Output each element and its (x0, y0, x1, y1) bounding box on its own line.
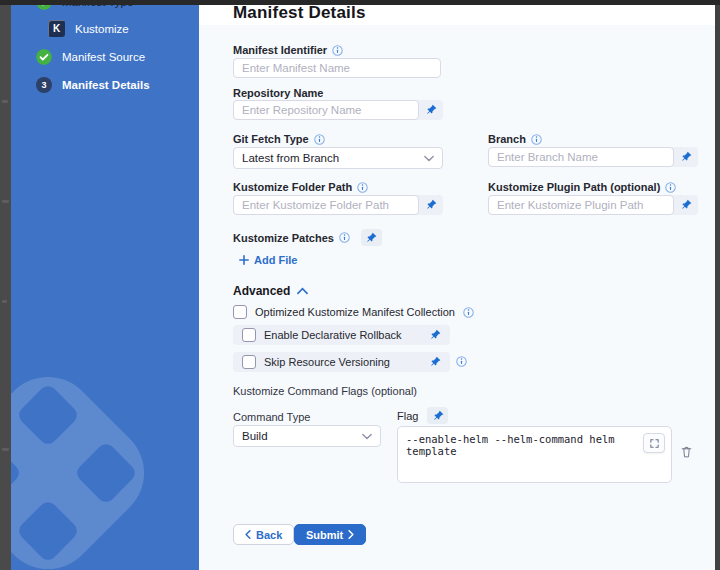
step-label: Manifest Source (62, 51, 145, 63)
runtime-input-pin-icon[interactable] (429, 356, 441, 368)
chevron-down-icon (424, 155, 434, 162)
runtime-input-pin-icon[interactable] (419, 199, 443, 211)
wizard-sidebar: Manifest Type K Kustomize Manifest Sourc… (11, 0, 199, 570)
skip-versioning-checkbox[interactable] (242, 355, 256, 369)
info-icon[interactable] (665, 182, 676, 193)
plus-icon (239, 255, 249, 265)
command-flags-section-label: Kustomize Command Flags (optional) (233, 385, 417, 397)
step-complete-check-icon (36, 49, 52, 65)
back-button[interactable]: Back (233, 524, 294, 545)
info-icon[interactable] (531, 134, 542, 145)
skip-versioning-row: Skip Resource Versioning (233, 352, 450, 372)
chevron-down-icon (362, 433, 372, 440)
submit-button[interactable]: Submit (294, 524, 366, 545)
flag-label: Flag (397, 407, 448, 424)
expand-editor-button[interactable] (643, 433, 665, 453)
manifest-identifier-label: Manifest Identifier (233, 44, 343, 56)
delete-flag-icon[interactable] (680, 445, 693, 459)
kustomize-plugin-path-label: Kustomize Plugin Path (optional) (488, 181, 676, 193)
command-type-select[interactable]: Build (233, 425, 381, 447)
sidebar-step-manifest-source[interactable]: Manifest Source (36, 49, 145, 65)
dimmed-page-top-edge (0, 0, 720, 5)
info-icon[interactable] (463, 307, 474, 318)
info-icon[interactable] (314, 134, 325, 145)
info-icon[interactable] (456, 356, 467, 367)
dimmed-text-fragment (2, 448, 9, 451)
kustomize-icon: K (48, 20, 65, 37)
runtime-input-pin-icon[interactable] (674, 151, 698, 163)
chevron-up-icon (297, 287, 308, 295)
flag-textarea[interactable]: --enable-helm --helm-command helm templa… (398, 427, 671, 482)
advanced-section-toggle[interactable]: Advanced (233, 284, 308, 298)
command-type-label: Command Type (233, 411, 310, 423)
flag-field: --enable-helm --helm-command helm templa… (397, 426, 672, 483)
page-title: Manifest Details (233, 3, 366, 23)
chevron-left-icon (245, 530, 251, 539)
dimmed-text-fragment (2, 100, 8, 103)
harness-logo-watermark (11, 293, 199, 570)
optimized-collection-row: Optimized Kustomize Manifest Collection (233, 305, 474, 319)
step-number-badge: 3 (36, 77, 52, 93)
repository-name-input[interactable] (233, 100, 419, 120)
kustomize-folder-path-input[interactable] (233, 195, 419, 215)
info-icon[interactable] (357, 182, 368, 193)
add-file-button[interactable]: Add File (239, 254, 297, 266)
info-icon[interactable] (339, 232, 350, 243)
dimmed-page-left-edge (0, 0, 11, 570)
kustomize-folder-path-label: Kustomize Folder Path (233, 181, 368, 193)
chevron-right-icon (348, 530, 354, 539)
dimmed-text-fragment (2, 200, 9, 203)
expand-icon (649, 438, 660, 449)
step-label: Manifest Details (62, 79, 150, 91)
manifest-identifier-input[interactable] (233, 58, 441, 78)
runtime-input-pin-icon[interactable] (674, 199, 698, 211)
kustomize-patches-label: Kustomize Patches (233, 229, 382, 246)
runtime-input-pin-button[interactable] (427, 407, 448, 424)
git-fetch-type-label: Git Fetch Type (233, 133, 325, 145)
git-fetch-type-select[interactable]: Latest from Branch (233, 147, 443, 169)
sidebar-step-manifest-details[interactable]: 3 Manifest Details (36, 77, 150, 93)
declarative-rollback-checkbox[interactable] (242, 328, 256, 342)
runtime-input-pin-icon[interactable] (419, 104, 443, 116)
runtime-input-pin-button[interactable] (361, 229, 382, 246)
kustomize-plugin-path-input[interactable] (488, 195, 674, 215)
dimmed-text-fragment (2, 300, 7, 303)
manifest-details-panel: Manifest Details Manifest Identifier Rep… (199, 5, 715, 570)
declarative-rollback-row: Enable Declarative Rollback (233, 325, 450, 345)
sidebar-substep-kustomize[interactable]: K Kustomize (48, 20, 129, 37)
runtime-input-pin-icon[interactable] (429, 329, 441, 341)
info-icon[interactable] (332, 45, 343, 56)
optimized-collection-checkbox[interactable] (233, 305, 247, 319)
branch-label: Branch (488, 133, 542, 145)
dimmed-page-right-edge (715, 0, 720, 570)
branch-input[interactable] (488, 147, 674, 167)
repository-name-label: Repository Name (233, 87, 323, 99)
substep-label: Kustomize (75, 23, 129, 35)
